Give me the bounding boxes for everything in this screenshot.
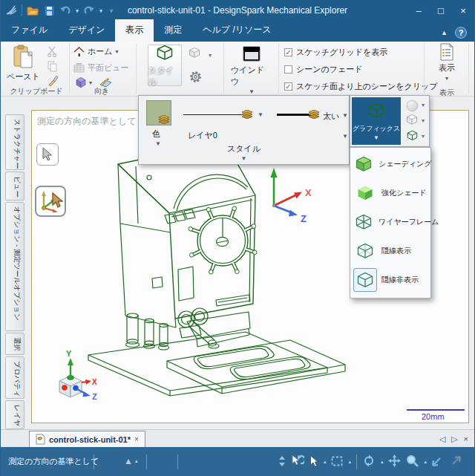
orbit-tool-dropdown[interactable]: ▴ <box>381 459 384 465</box>
weight-dropdown-icon-2[interactable]: ▼ <box>342 133 348 140</box>
origin-z-label: Z <box>92 392 97 401</box>
style-group-launcher-icon[interactable]: ▼ <box>139 155 349 162</box>
graphics-button-label: グラフィックス <box>353 124 400 134</box>
menu-tab-測定[interactable]: 測定 <box>154 19 192 42</box>
next-tab-icon[interactable]: ▷ <box>451 434 457 444</box>
checkbox-icon[interactable] <box>284 65 292 74</box>
checkbox-icon[interactable]: ✓ <box>284 82 292 91</box>
next-view-icon[interactable] <box>449 456 461 468</box>
pan-tool-icon[interactable] <box>388 454 401 469</box>
close-button[interactable]: × <box>452 1 474 19</box>
title-bar: ▾ ▾ ▿ control-stick-unit-01 - DesignSpar… <box>1 0 474 21</box>
layers-icon <box>241 110 253 119</box>
status-toolbar: ▴ ▴ ▴ ▴ <box>278 447 461 476</box>
menu-tabs: ファイルデザイン表示測定ヘルプ /リソース <box>1 19 282 42</box>
side-tab-ビュー[interactable]: ビュー <box>5 172 24 200</box>
cube-dropdown-icon[interactable]: ▾ <box>89 79 92 86</box>
quick-access-menu-icon[interactable]: ▿ <box>110 7 113 14</box>
axis-x-label: X <box>305 187 312 198</box>
status-triangle-icon[interactable]: ▲ <box>124 456 133 466</box>
display-button[interactable]: 表示 ▾ <box>430 43 464 82</box>
side-tab-プロパティ[interactable]: プロパティ <box>5 356 24 399</box>
menu-tab-ファイル[interactable]: ファイル <box>1 19 58 42</box>
home-dropdown-icon[interactable]: ▾ <box>116 48 119 55</box>
redo-dropdown-icon[interactable]: ▾ <box>99 7 102 14</box>
menu-tab-ヘルプ /リソース[interactable]: ヘルプ /リソース <box>192 19 281 42</box>
document-tab[interactable]: control-stick-unit-01* × <box>29 431 145 447</box>
graphics-button[interactable]: グラフィックス ▼ <box>352 97 401 145</box>
divider <box>22 4 22 16</box>
home-view-button[interactable]: ホーム ▾ <box>73 46 119 57</box>
maximize-button[interactable]: □ <box>430 1 452 19</box>
cut-icon[interactable] <box>47 46 58 60</box>
menu-tab-表示[interactable]: 表示 <box>115 19 154 42</box>
side-tab-オプション - 測定ツールオプション[interactable]: オプション - 測定ツールオプション <box>5 202 24 331</box>
green-cube-icon <box>406 129 419 145</box>
status-triangle-dropdown[interactable]: ▴ <box>135 458 138 464</box>
sphere-style-button[interactable] <box>404 98 420 113</box>
graphics-menu-item-隠線非表示[interactable]: 隠線非表示 <box>350 265 430 294</box>
settings-gear-icon[interactable] <box>189 70 203 87</box>
layer-dropdown-icon[interactable]: ▼ <box>258 111 263 118</box>
save-icon[interactable] <box>44 5 55 16</box>
graphics-style-dropdown-icon[interactable]: ▾ <box>209 52 212 59</box>
graphics-style-icon[interactable] <box>188 46 201 62</box>
orbit-tool-icon[interactable] <box>362 454 376 469</box>
copy-icon[interactable] <box>48 61 58 75</box>
open-folder-icon[interactable] <box>27 5 39 16</box>
display-dropdown-icon[interactable]: ▾ <box>445 75 448 82</box>
white-cube-icon <box>405 113 419 129</box>
window-button[interactable]: ウインドウ ▼ <box>231 45 272 95</box>
select-tool-icon[interactable] <box>309 455 318 469</box>
spin-buttons-icon[interactable] <box>278 455 286 469</box>
side-tab-レイヤ[interactable]: レイヤ <box>5 400 24 429</box>
status-message: 測定の方向の基準として <box>1 456 99 467</box>
view-option-checkbox[interactable]: シーンのフェード <box>284 64 363 75</box>
previous-view-icon[interactable] <box>432 456 444 468</box>
zoom-tool-icon[interactable] <box>406 454 419 469</box>
checkbox-icon[interactable]: ✓ <box>284 48 292 56</box>
green-cube-dropdown-icon[interactable]: ▾ <box>422 133 425 140</box>
graphics-menu-item-シェーディング[interactable]: シェーディング <box>350 149 430 178</box>
view-option-checkbox[interactable]: ✓スケッチ面より上のシーンをクリップ <box>284 81 438 92</box>
home-label: ホーム <box>88 46 113 57</box>
white-cube-dropdown-icon[interactable]: ▾ <box>422 117 425 124</box>
plan-view-button[interactable]: 平面ビュー <box>73 62 129 74</box>
close-tab-bar-icon[interactable]: × <box>464 434 468 444</box>
help-icon[interactable]: ? <box>455 27 467 39</box>
weight-dropdown-icon[interactable]: ▼ <box>342 112 348 119</box>
green-cube-style-button[interactable] <box>404 129 420 144</box>
zoom-tool-dropdown[interactable]: ▴ <box>424 459 427 465</box>
collapse-ribbon-icon[interactable]: ▲ <box>441 29 448 36</box>
view-option-checkbox[interactable]: ✓スケッチグリッドを表示 <box>284 47 387 58</box>
hiddenRemoved-cube-icon <box>353 268 377 292</box>
style-button[interactable]: スタイル <box>148 45 182 86</box>
sphere-dropdown-icon[interactable]: ▾ <box>422 102 425 108</box>
redo-icon[interactable] <box>83 5 95 16</box>
graphics-menu-item-ワイヤーフレーム[interactable]: ワイヤーフレーム <box>350 207 430 236</box>
graphics-menu-item-隠線表示[interactable]: 隠線表示 <box>350 236 430 265</box>
close-tab-icon[interactable]: × <box>134 435 139 443</box>
document-icon <box>36 434 45 445</box>
side-tab-ストラクチャー[interactable]: ストラクチャー <box>5 114 24 170</box>
style-cube-icon <box>155 43 174 65</box>
side-tab-選択[interactable]: 選択 <box>5 333 24 355</box>
status-bar: 測定の方向の基準として ▲▴ ▴ ▴ ▴ ▴ <box>1 447 474 476</box>
previous-tab-icon[interactable]: ◁ <box>439 434 445 444</box>
box-select-icon[interactable] <box>331 456 343 468</box>
graphics-menu-item-強化シェード[interactable]: 強化シェード <box>350 178 430 207</box>
box-select-dropdown[interactable]: ▴ <box>348 459 351 465</box>
color-label: 色 <box>152 128 160 140</box>
undo-dropdown-icon[interactable]: ▾ <box>76 7 79 14</box>
layer-line-sample <box>183 114 247 115</box>
origin-y-label: Y <box>66 349 72 358</box>
select-tool-dropdown[interactable]: ▴ <box>324 459 327 465</box>
select-previous-icon[interactable] <box>291 454 304 469</box>
menu-tab-デザイン[interactable]: デザイン <box>58 19 115 42</box>
graphics-cube-icon <box>367 101 386 123</box>
paste-button[interactable]: ペースト <box>7 45 40 82</box>
white-cube-style-button[interactable] <box>404 114 420 128</box>
minimize-button[interactable]: – <box>407 1 430 19</box>
window-dropdown-icon[interactable]: ▼ <box>249 88 255 95</box>
undo-icon[interactable] <box>59 5 71 16</box>
